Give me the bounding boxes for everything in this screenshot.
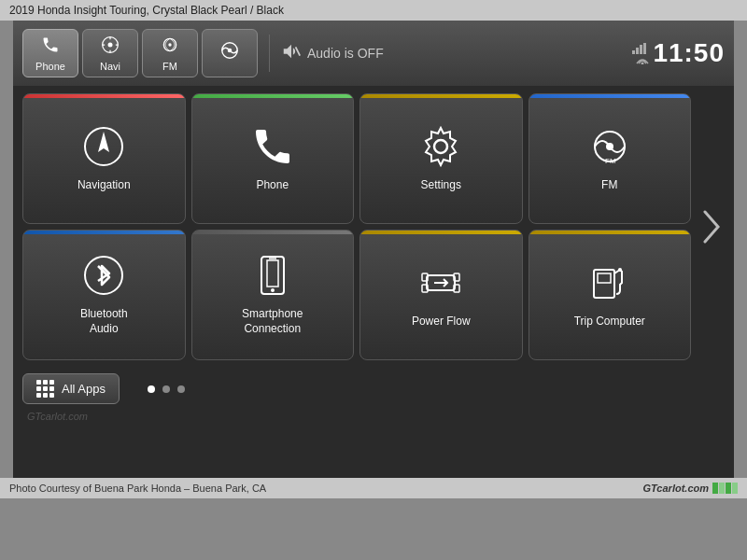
- speaker-icon: [281, 41, 302, 66]
- time-area: 11:50: [632, 38, 725, 68]
- settings-icon: [418, 124, 463, 173]
- fm-nav-icon: [161, 35, 179, 59]
- bluetooth-icon: [81, 253, 126, 301]
- photo-credit: Photo Courtesy of Buena Park Honda – Bue…: [9, 483, 266, 494]
- svg-line-6: [296, 47, 301, 55]
- svg-point-11: [641, 62, 644, 64]
- all-apps-label: All Apps: [62, 382, 106, 396]
- powerflow-icon: [417, 260, 464, 309]
- bottom-caption: Photo Courtesy of Buena Park Honda – Bue…: [0, 478, 747, 498]
- svg-point-3: [168, 43, 171, 46]
- smartphone-icon: [254, 253, 291, 301]
- fm-tile-label: FM: [601, 178, 617, 193]
- page-dot-3[interactable]: [177, 385, 185, 393]
- logo-area: GTcarlot.com: [643, 483, 739, 494]
- header-divider: [269, 35, 270, 72]
- app-grid: Navigation Phone Sett: [22, 93, 691, 360]
- svg-rect-20: [267, 260, 278, 287]
- screen-wrapper: Phone Navi FM: [13, 21, 734, 478]
- navigation-tile[interactable]: Navigation: [22, 93, 186, 224]
- clock-display: 11:50: [653, 38, 725, 68]
- next-page-arrow[interactable]: [697, 93, 725, 360]
- radio-icon: [219, 40, 240, 65]
- nav-header: Phone Navi FM: [13, 21, 734, 86]
- audio-status-text: Audio is OFF: [307, 46, 384, 61]
- smartphone-tile[interactable]: SmartphoneConnection: [191, 230, 355, 360]
- phone-tile-label: Phone: [256, 178, 289, 193]
- page-indicators: [148, 385, 185, 393]
- apps-grid-icon: [36, 380, 54, 398]
- nav-phone-button[interactable]: Phone: [22, 29, 78, 77]
- navigation-icon: [81, 124, 126, 173]
- svg-point-16: [606, 143, 613, 150]
- svg-rect-9: [640, 45, 642, 54]
- all-apps-button[interactable]: All Apps: [22, 373, 120, 404]
- audio-status: Audio is OFF: [281, 41, 628, 66]
- navigation-label: Navigation: [78, 178, 131, 193]
- phone-tile-icon: [250, 124, 295, 173]
- svg-rect-8: [636, 48, 639, 54]
- fm-nav-label: FM: [162, 61, 177, 72]
- bluetooth-label: BluetoothAudio: [80, 307, 128, 336]
- car-title: 2019 Honda Insight Touring,: [9, 4, 149, 17]
- nav-navi-button[interactable]: Navi: [82, 29, 138, 77]
- gtcarlot-logo: GTcarlot.com: [643, 483, 710, 494]
- tripcomputer-tile[interactable]: Trip Computer: [529, 230, 692, 360]
- watermark: GTcarlot.com: [27, 411, 88, 422]
- svg-point-30: [618, 268, 622, 272]
- powerflow-tile[interactable]: Power Flow: [359, 230, 523, 360]
- fm-tile-icon: FM: [587, 124, 632, 173]
- car-color: Crystal Black Pearl / Black: [152, 4, 284, 17]
- svg-text:FM: FM: [605, 157, 616, 165]
- bluetooth-tile[interactable]: BluetoothAudio: [22, 230, 186, 360]
- svg-rect-29: [598, 273, 611, 283]
- phone-tile[interactable]: Phone: [191, 93, 355, 224]
- fm-tile[interactable]: FM FM: [529, 93, 692, 224]
- svg-marker-13: [98, 132, 109, 152]
- navi-label: Navi: [100, 61, 120, 72]
- svg-point-1: [108, 42, 113, 47]
- navi-icon: [101, 35, 120, 59]
- powerflow-label: Power Flow: [412, 315, 471, 329]
- phone-nav-icon: [41, 35, 60, 59]
- settings-tile[interactable]: Settings: [359, 93, 523, 224]
- bottom-area: All Apps: [13, 368, 734, 410]
- tripcomputer-label: Trip Computer: [574, 315, 645, 329]
- nav-fm2-button[interactable]: [202, 29, 258, 77]
- svg-point-21: [271, 288, 275, 292]
- signal-bars: [632, 43, 649, 64]
- svg-point-18: [85, 257, 122, 294]
- tripcomputer-icon: [588, 260, 631, 309]
- svg-point-14: [434, 140, 447, 153]
- settings-label: Settings: [421, 178, 461, 193]
- top-bar: 2019 Honda Insight Touring, Crystal Blac…: [0, 0, 747, 21]
- svg-rect-7: [632, 50, 635, 54]
- smartphone-label: SmartphoneConnection: [242, 307, 303, 336]
- page-dot-1[interactable]: [148, 385, 155, 393]
- app-grid-area: Navigation Phone Sett: [13, 86, 734, 368]
- svg-rect-10: [643, 43, 646, 54]
- page-dot-2[interactable]: [162, 385, 170, 393]
- svg-point-5: [228, 48, 233, 52]
- nav-fm-button[interactable]: FM: [142, 29, 198, 77]
- color-bars: [712, 483, 738, 494]
- phone-nav-label: Phone: [35, 61, 65, 72]
